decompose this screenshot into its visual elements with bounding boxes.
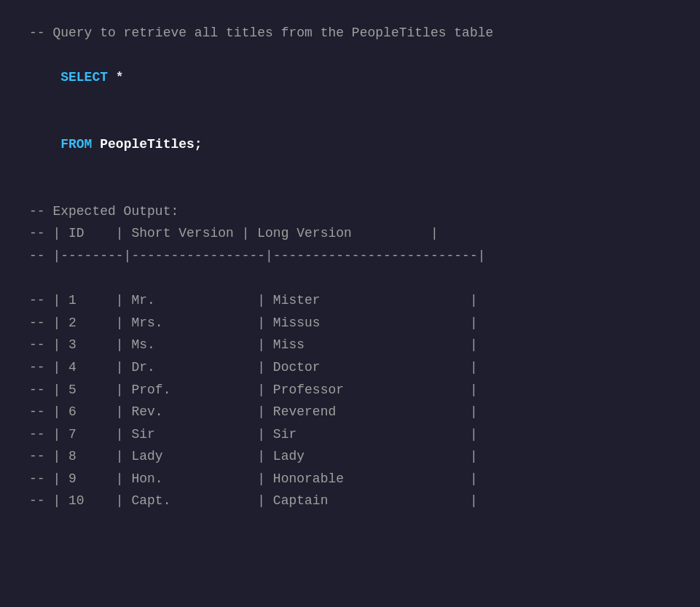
row-3: -- | 3 | Ms. | Miss | — [29, 334, 671, 356]
comment-divider: -- |--------|-----------------|---------… — [29, 245, 671, 267]
row-8: -- | 8 | Lady | Lady | — [29, 445, 671, 468]
row-2: -- | 2 | Mrs. | Missus | — [29, 312, 671, 334]
empty-line-1 — [29, 178, 671, 200]
comment-line-query: -- Query to retrieve all titles from the… — [29, 22, 671, 44]
comment-header: -- | ID | Short Version | Long Version | — [29, 222, 671, 245]
row-5: -- | 5 | Prof. | Professor | — [29, 379, 671, 402]
empty-line-2 — [29, 267, 671, 290]
row-10: -- | 10 | Capt. | Captain | — [29, 490, 671, 512]
comment-expected-output: -- Expected Output: — [29, 200, 671, 223]
row-7: -- | 7 | Sir | Sir | — [29, 423, 671, 446]
select-star: * — [108, 70, 124, 85]
row-4: -- | 4 | Dr. | Doctor | — [29, 356, 671, 379]
from-line: FROM PeopleTitles; — [29, 111, 671, 178]
row-9: -- | 9 | Hon. | Honorable | — [29, 468, 671, 490]
row-1: -- | 1 | Mr. | Mister | — [29, 289, 671, 312]
code-editor: -- Query to retrieve all titles from the… — [29, 22, 671, 512]
table-name: PeopleTitles; — [92, 137, 202, 152]
select-keyword: SELECT — [60, 70, 108, 85]
from-keyword: FROM — [60, 137, 92, 152]
select-line: SELECT * — [29, 44, 671, 111]
row-6: -- | 6 | Rev. | Reverend | — [29, 401, 671, 423]
